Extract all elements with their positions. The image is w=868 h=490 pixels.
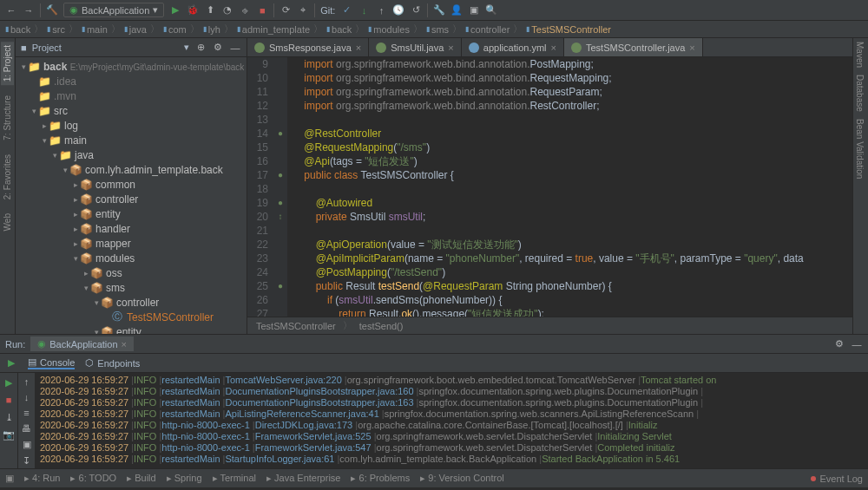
filter-icon[interactable]: ▣	[21, 439, 33, 450]
breadcrumb-item[interactable]: ▮main	[82, 24, 108, 35]
close-icon[interactable]: ×	[122, 339, 127, 350]
breadcrumb-item[interactable]: ▮controller	[465, 24, 510, 35]
stop-icon[interactable]: ■	[256, 4, 268, 16]
project-tree[interactable]: ▾📁back E:\myProject\myGit\admin-vue-temp…	[16, 57, 247, 334]
breadcrumb-item[interactable]: ▮back	[5, 24, 30, 35]
collapse-icon[interactable]: —	[229, 42, 241, 54]
breadcrumb-item[interactable]: ▮back	[326, 24, 352, 35]
tree-row[interactable]: ▾📁back E:\myProject\myGit\admin-vue-temp…	[16, 59, 247, 74]
run-config-tab[interactable]: ◉ BackApplication ×	[30, 336, 134, 351]
run-anything-icon[interactable]: ▣	[468, 4, 480, 16]
wrench-icon[interactable]: 🔧	[433, 4, 445, 16]
tool-window-icon[interactable]: ▣	[5, 473, 14, 484]
git-revert-icon[interactable]: ↺	[410, 4, 422, 16]
breadcrumb-item[interactable]: ▮java	[124, 24, 147, 35]
git-commit-icon[interactable]: ✓	[340, 4, 352, 16]
git-pull-icon[interactable]: ↑	[375, 4, 387, 16]
run-config-select[interactable]: ◉ BackApplication ▾	[63, 3, 164, 17]
side-tab[interactable]: Database	[853, 71, 866, 115]
scroll-icon[interactable]: ↧	[21, 455, 33, 467]
breadcrumb-item[interactable]: ▮com	[163, 24, 187, 35]
wrap-icon[interactable]: ≡	[21, 408, 33, 418]
breadcrumb-item[interactable]: ▮sms	[426, 24, 449, 35]
editor-tab[interactable]: application.yml×	[462, 38, 564, 57]
tree-row[interactable]: ▾📦sms	[16, 280, 247, 295]
side-tab[interactable]: Bean Validation	[853, 115, 866, 182]
coverage-icon[interactable]: ⬆	[204, 4, 216, 16]
gear-icon[interactable]: ⚙	[212, 42, 224, 54]
random2-icon[interactable]: ⌖	[297, 4, 309, 16]
bottom-tab[interactable]: ▸ Terminal	[213, 473, 256, 484]
git-history-icon[interactable]: 🕓	[392, 4, 404, 16]
search-icon[interactable]: 🔍	[485, 4, 497, 16]
run-subtab[interactable]: ▤Console	[28, 356, 75, 369]
tree-row[interactable]: ▸📦entity	[16, 206, 247, 221]
close-icon[interactable]: ×	[689, 42, 694, 53]
side-tab[interactable]: 7: Structure	[1, 92, 14, 144]
minimize-icon[interactable]: —	[851, 338, 863, 350]
tree-row[interactable]: ▸📦common	[16, 177, 247, 192]
editor-tab[interactable]: SmsResponse.java×	[247, 38, 369, 57]
gear-icon[interactable]: ⚙	[833, 338, 845, 350]
tree-row[interactable]: ▸📦oss	[16, 265, 247, 280]
bottom-tab[interactable]: ▸ 4: Run	[24, 473, 60, 484]
git-push-icon[interactable]: ↓	[358, 4, 370, 16]
code-text[interactable]: import org.springframework.web.bind.anno…	[287, 57, 852, 317]
tree-row[interactable]: ▾📦modules	[16, 251, 247, 265]
breadcrumb-item[interactable]: ▮modules	[368, 24, 410, 35]
print-icon[interactable]: 🖶	[21, 423, 33, 434]
event-log-button[interactable]: Event Log	[811, 474, 863, 484]
exit-icon[interactable]: ⤓	[3, 411, 15, 423]
bottom-tab[interactable]: ▸ Java Enterprise	[266, 473, 340, 484]
breadcrumb-item[interactable]: ▮lyh	[203, 24, 220, 35]
bottom-tab[interactable]: ▸ 6: TODO	[70, 473, 116, 484]
bottom-tab[interactable]: ▸ Build	[127, 473, 156, 484]
run-icon[interactable]: ▶	[169, 4, 181, 16]
tree-row[interactable]: ▾📦entity	[16, 324, 247, 334]
debug-icon[interactable]: 🐞	[187, 4, 199, 16]
tree-row[interactable]: 📁.idea	[16, 74, 247, 88]
side-tab[interactable]: 2: Favorites	[1, 151, 14, 203]
tree-row[interactable]: ▾📦controller	[16, 295, 247, 310]
down-icon[interactable]: ↓	[21, 392, 33, 402]
tree-row[interactable]: ▾📁java	[16, 147, 247, 162]
close-icon[interactable]: ×	[551, 42, 556, 53]
tree-row[interactable]: ▾📁src	[16, 103, 247, 118]
rerun-icon[interactable]: ▶	[5, 357, 17, 369]
tree-row[interactable]: ▾📁main	[16, 133, 247, 147]
chevron-down-icon[interactable]: ▾	[184, 42, 189, 53]
bottom-tab[interactable]: ▸ Spring	[167, 473, 202, 484]
rerun-icon[interactable]: ▶	[3, 376, 15, 389]
back-icon[interactable]: ←	[5, 4, 17, 16]
up-icon[interactable]: ↑	[21, 376, 33, 387]
camera-icon[interactable]: 📷	[3, 428, 15, 441]
tree-row[interactable]: 📁.mvn	[16, 88, 247, 103]
target-icon[interactable]: ⊕	[194, 42, 207, 54]
breadcrumb-item[interactable]: ▮TestSMSController	[526, 24, 611, 35]
editor-tab[interactable]: TestSMSController.java×	[564, 38, 703, 57]
tree-row[interactable]: ⒸTestSMSController	[16, 310, 247, 324]
profile-icon[interactable]: ◔	[221, 4, 233, 16]
breadcrumb-item[interactable]: ▮admin_template	[237, 24, 310, 35]
editor-tab[interactable]: SmsUtil.java×	[369, 38, 462, 57]
tree-row[interactable]: ▸📦handler	[16, 221, 247, 236]
avatar-icon[interactable]: 👤	[450, 4, 463, 16]
code-editor[interactable]: 9101112131415161718192021222324252627282…	[247, 57, 852, 317]
tree-row[interactable]: ▾📦com.lyh.admin_template.back	[16, 162, 247, 177]
side-tab[interactable]: Maven	[853, 38, 866, 71]
bottom-tab[interactable]: ▸ 6: Problems	[351, 473, 410, 484]
tree-row[interactable]: ▸📦mapper	[16, 236, 247, 251]
tree-row[interactable]: ▸📁log	[16, 118, 247, 133]
close-icon[interactable]: ×	[448, 42, 453, 53]
side-tab[interactable]: Web	[1, 210, 14, 234]
random1-icon[interactable]: ⟳	[279, 4, 292, 16]
stop-icon[interactable]: ■	[3, 394, 15, 406]
console-output[interactable]: 2020-06-29 16:59:27 |INFO |restartedMain…	[35, 373, 868, 468]
bottom-tab[interactable]: ▸ 9: Version Control	[420, 473, 504, 484]
close-icon[interactable]: ×	[356, 42, 361, 53]
forward-icon[interactable]: →	[23, 4, 35, 16]
breadcrumb-item[interactable]: ▮src	[47, 24, 65, 35]
run-subtab[interactable]: ⬡Endpoints	[85, 357, 140, 369]
attach-icon[interactable]: ⎆	[239, 4, 251, 16]
tree-row[interactable]: ▸📦controller	[16, 192, 247, 206]
